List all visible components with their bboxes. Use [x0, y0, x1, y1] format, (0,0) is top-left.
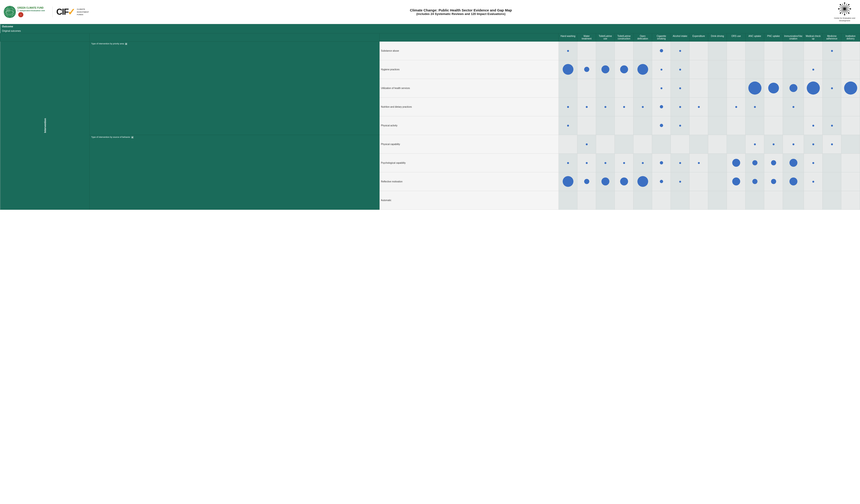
bubble — [754, 143, 756, 145]
original-outcomes-spacer — [559, 29, 860, 33]
data-cell — [615, 172, 633, 191]
data-cell — [689, 135, 708, 154]
bubble — [679, 106, 681, 108]
row-label: Automatic — [379, 191, 559, 210]
row-label: Substance abuse — [379, 42, 559, 60]
bubble — [567, 162, 569, 164]
data-cell — [652, 116, 671, 135]
bubble — [679, 162, 681, 164]
data-cell — [633, 42, 652, 60]
data-cell — [804, 172, 822, 191]
gcf-globe-icon — [4, 6, 16, 18]
data-cell — [841, 79, 860, 98]
data-cell — [689, 116, 708, 135]
data-cell — [577, 172, 596, 191]
outcome-spacer — [559, 24, 860, 29]
data-cell — [615, 154, 633, 172]
data-cell — [804, 135, 822, 154]
col-open-defecation: Open defecation — [633, 33, 652, 42]
data-cell — [559, 116, 577, 135]
col-medical-checkup: Medical check up — [804, 33, 822, 42]
svg-point-20 — [840, 13, 841, 14]
bubble — [642, 106, 644, 108]
data-cell — [689, 172, 708, 191]
data-cell — [708, 60, 727, 79]
col-toilet-latrine-construction: Toilet/Latrine construction — [615, 33, 633, 42]
data-cell — [559, 154, 577, 172]
bubble — [831, 50, 833, 52]
bubble — [789, 177, 798, 185]
bubble — [660, 49, 663, 52]
svg-point-13 — [844, 3, 845, 3]
bubble — [812, 143, 814, 145]
data-cell — [652, 135, 671, 154]
bubble — [623, 162, 625, 164]
data-cell — [727, 154, 746, 172]
row-label: Psychological capability — [379, 154, 559, 172]
bubble — [584, 67, 589, 72]
bubble — [789, 84, 798, 92]
data-cell — [804, 79, 822, 98]
bubble — [735, 106, 737, 108]
data-cell — [671, 42, 689, 60]
svg-point-18 — [848, 13, 849, 14]
bubble — [567, 125, 569, 127]
bubble — [831, 125, 833, 127]
data-cell — [804, 191, 822, 210]
data-cell — [783, 191, 804, 210]
bubble — [563, 176, 573, 187]
bubble — [586, 106, 588, 108]
data-cell — [727, 116, 746, 135]
row-label: Reflective motivation — [379, 172, 559, 191]
data-cell — [708, 79, 727, 98]
row-label: Physical activity — [379, 116, 559, 135]
data-cell — [652, 42, 671, 60]
data-cell — [708, 172, 727, 191]
col-anc-uptake: ANC uptake — [746, 33, 764, 42]
data-cell — [577, 60, 596, 79]
data-cell — [671, 116, 689, 135]
left-logos: GREEN CLIMATE FUND Independent Evaluatio… — [4, 6, 89, 18]
bubble — [604, 106, 606, 108]
data-cell — [727, 191, 746, 210]
data-cell — [746, 42, 764, 60]
data-cell — [822, 42, 841, 60]
page-header: GREEN CLIMATE FUND Independent Evaluatio… — [0, 0, 860, 24]
original-outcomes-row: Original outcomes — [0, 29, 860, 33]
data-cell — [727, 98, 746, 116]
data-cell — [727, 135, 746, 154]
data-cell — [822, 154, 841, 172]
bubble — [698, 106, 700, 108]
bubble — [620, 177, 628, 185]
data-cell — [615, 98, 633, 116]
bubble — [732, 177, 740, 185]
bubble — [679, 50, 681, 52]
cif-tick-icon: ✓ — [68, 6, 75, 17]
data-cell — [577, 116, 596, 135]
data-cell — [633, 60, 652, 79]
bubble — [812, 69, 814, 71]
data-cell — [615, 42, 633, 60]
data-cell — [671, 60, 689, 79]
col-medicine-adherence: Medicine adherence — [822, 33, 841, 42]
data-cell — [764, 98, 783, 116]
sub-title: (includes 24 Systematic Reviews and 120 … — [89, 12, 833, 16]
bubble — [812, 181, 814, 183]
data-cell — [841, 154, 860, 172]
bubble — [773, 143, 775, 145]
data-cell — [746, 79, 764, 98]
bubble — [661, 69, 662, 71]
type-col-header — [90, 33, 379, 42]
bubble — [637, 64, 648, 75]
bubble — [812, 125, 814, 127]
bubble — [660, 161, 663, 164]
data-cell — [822, 191, 841, 210]
data-cell — [764, 135, 783, 154]
data-cell — [577, 79, 596, 98]
col-drink-driving: Drink driving — [708, 33, 727, 42]
ced-name: Center for Evaluation and Development — [833, 17, 856, 22]
data-cell — [841, 42, 860, 60]
data-cell — [746, 98, 764, 116]
svg-point-14 — [844, 14, 845, 15]
svg-point-15 — [838, 9, 839, 9]
